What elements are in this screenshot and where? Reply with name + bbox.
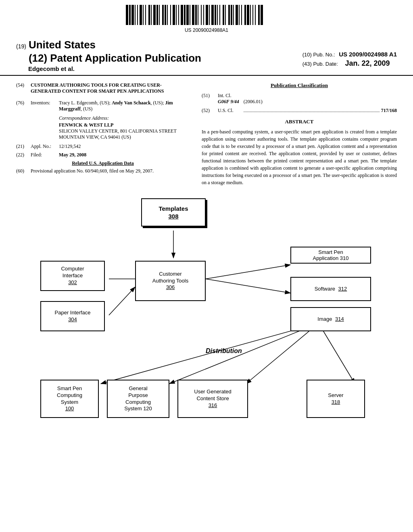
correspondence-block: Correspondence Address: FENWICK & WEST L… — [59, 115, 190, 140]
appl-num: (21) — [16, 143, 31, 150]
svg-rect-74 — [228, 5, 230, 25]
svg-rect-41 — [183, 5, 184, 25]
inventors-num: (76) — [16, 100, 31, 112]
svg-line-109 — [319, 323, 355, 384]
main-content: (54) CUSTOMER AUTHORING TOOLS FOR CREATI… — [0, 76, 413, 186]
svg-rect-59 — [208, 5, 209, 25]
svg-rect-35 — [175, 5, 176, 25]
svg-rect-29 — [166, 5, 167, 25]
software-num: 312 — [338, 286, 347, 292]
appl-value: 12/129,542 — [59, 143, 81, 150]
templates-label: Templates — [159, 205, 188, 212]
image-label: Image — [317, 316, 332, 322]
correspondence-firm: FENWICK & WEST LLP — [59, 122, 190, 128]
svg-rect-32 — [170, 5, 171, 25]
svg-rect-90 — [250, 5, 251, 25]
svg-rect-56 — [203, 5, 204, 25]
svg-rect-24 — [159, 5, 160, 25]
smart-pen-computing-num: 100 — [57, 405, 82, 412]
general-purpose-label: GeneralPurposeComputingSystem 120 — [124, 385, 152, 413]
svg-rect-95 — [256, 5, 258, 25]
us-cl-label: U.S. Cl. — [218, 108, 242, 114]
svg-rect-85 — [242, 5, 244, 25]
svg-rect-68 — [219, 5, 220, 25]
svg-rect-5 — [134, 5, 135, 25]
int-cl-year: (2006.01) — [244, 99, 263, 104]
svg-rect-38 — [178, 5, 179, 25]
templates-box: Templates 308 — [141, 198, 206, 227]
svg-rect-19 — [152, 5, 153, 25]
diagram-section: Templates 308 ComputerInterface 302 Pape… — [0, 186, 413, 424]
related-section: Related U.S. Application Data (60) Provi… — [16, 160, 190, 174]
inventors-value: Tracy L. Edgecomb, (US); Andy Van Schaac… — [59, 100, 190, 112]
svg-rect-47 — [190, 5, 192, 25]
smart-pen-computing-label: Smart PenComputingSystem — [57, 385, 82, 406]
smart-pen-computing-box: Smart PenComputingSystem 100 — [40, 380, 99, 418]
inventors-label: Inventors: — [31, 100, 59, 112]
svg-rect-76 — [231, 5, 232, 25]
computer-interface-label: ComputerInterface — [61, 266, 84, 279]
correspondence-addr2: MOUNTAIN VIEW, CA 94041 (US) — [59, 134, 190, 140]
svg-rect-20 — [153, 5, 156, 25]
related-text-row: (60) Provisional application No. 60/940,… — [16, 168, 190, 174]
svg-rect-13 — [144, 5, 145, 25]
correspondence-addr1: SILICON VALLEY CENTER, 801 CALIFORNIA ST… — [59, 128, 190, 134]
svg-line-108 — [246, 323, 319, 384]
header-inventors: Edgecomb et al. — [28, 65, 75, 72]
svg-rect-86 — [244, 5, 246, 25]
paper-interface-label: Paper Interface — [55, 310, 91, 316]
authoring-tools-num: 306 — [152, 284, 188, 291]
user-generated-box: User GeneratedContent Store 316 — [177, 380, 248, 418]
svg-rect-65 — [216, 5, 217, 25]
svg-rect-71 — [224, 5, 225, 25]
svg-rect-23 — [158, 5, 159, 25]
svg-rect-4 — [131, 5, 134, 25]
svg-line-103 — [109, 287, 135, 315]
server-box: Server 318 — [307, 380, 365, 418]
svg-rect-98 — [261, 5, 263, 25]
svg-rect-6 — [135, 5, 136, 25]
user-generated-num: 316 — [194, 402, 232, 409]
inventors-row: (76) Inventors: Tracy L. Edgecomb, (US);… — [16, 100, 190, 112]
appl-no-row: (21) Appl. No.: 12/129,542 — [16, 143, 190, 150]
svg-rect-79 — [234, 5, 236, 25]
svg-rect-21 — [156, 5, 156, 25]
svg-rect-40 — [181, 5, 183, 25]
svg-rect-28 — [165, 5, 166, 25]
svg-rect-18 — [151, 5, 152, 25]
svg-rect-9 — [138, 5, 140, 25]
svg-rect-11 — [142, 5, 143, 25]
header-section: (19) United States (19) (12) Patent Appl… — [0, 35, 413, 76]
title-section: (54) CUSTOMER AUTHORING TOOLS FOR CREATI… — [16, 82, 190, 94]
svg-rect-66 — [217, 5, 218, 25]
distribution-label: Distribution — [206, 347, 242, 355]
svg-rect-70 — [223, 5, 224, 25]
svg-rect-73 — [226, 5, 228, 25]
svg-rect-54 — [201, 5, 202, 25]
barcode-section: US 20090024988A1 — [0, 0, 413, 35]
related-body: Provisional application No. 60/940,669, … — [31, 168, 154, 174]
svg-rect-69 — [220, 5, 223, 25]
image-num: 314 — [335, 316, 344, 322]
title-text: CUSTOMER AUTHORING TOOLS FOR CREATING US… — [31, 82, 190, 94]
int-cl-num: (51) — [202, 93, 218, 99]
filed-value: May 29, 2008 — [59, 152, 86, 158]
svg-rect-92 — [252, 5, 253, 25]
svg-rect-63 — [214, 5, 215, 25]
svg-rect-30 — [167, 5, 168, 25]
abstract-text: In a pen-based computing system, a user-… — [202, 128, 397, 186]
svg-rect-96 — [258, 5, 260, 25]
svg-rect-99 — [263, 5, 264, 25]
correspondence-label: Correspondence Address: — [59, 115, 190, 121]
svg-rect-37 — [177, 5, 178, 25]
country-name: United States — [29, 39, 96, 51]
server-num: 318 — [328, 399, 343, 406]
svg-rect-10 — [140, 5, 142, 25]
svg-rect-25 — [160, 5, 162, 25]
svg-rect-33 — [171, 5, 173, 25]
svg-rect-45 — [189, 5, 190, 25]
svg-rect-1 — [128, 5, 129, 25]
svg-rect-49 — [194, 5, 195, 25]
svg-rect-81 — [238, 5, 239, 25]
svg-rect-43 — [186, 5, 186, 25]
